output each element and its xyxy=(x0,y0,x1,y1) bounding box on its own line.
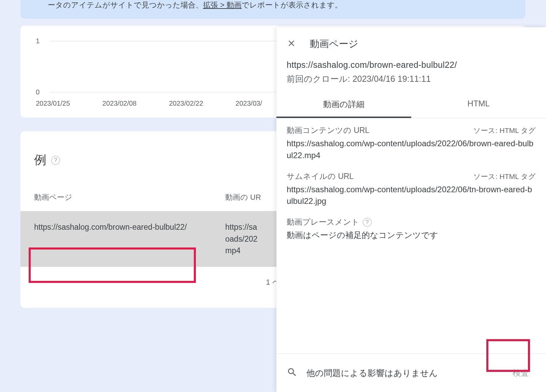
banner-prefix: ータのアイテムがサイトで見つかった場合、 xyxy=(48,1,203,9)
x-tick: 2023/02/08 xyxy=(102,100,136,107)
example-title: 例 xyxy=(34,152,46,168)
panel-crawl: 前回のクロール: 2023/04/16 19:11:11 xyxy=(276,72,546,92)
x-tick: 2023/01/25 xyxy=(36,100,70,107)
tab-html[interactable]: HTML xyxy=(411,92,546,118)
help-icon[interactable]: ? xyxy=(363,218,372,227)
chart-y-axis: 1 0 xyxy=(36,36,40,97)
detail-thumbnail-url: サムネイルの URL ソース: HTML タグ https://sashalog… xyxy=(287,171,536,208)
banner-suffix: でレポートが表示されます。 xyxy=(242,1,342,9)
inspect-button[interactable]: 検査 xyxy=(506,363,536,382)
thumbnail-url-source: ソース: HTML タグ xyxy=(473,172,536,181)
panel-header: 動画ページ xyxy=(276,27,546,57)
search-icon xyxy=(287,367,298,379)
column-video-url[interactable]: 動画の UR xyxy=(225,192,261,202)
y-tick: 0 xyxy=(36,87,40,97)
placement-label: 動画プレースメント xyxy=(287,217,359,227)
y-tick: 1 xyxy=(36,36,40,46)
content-url-value: https://sashalog.com/wp-content/uploads/… xyxy=(287,138,536,162)
thumbnail-url-value: https://sashalog.com/wp-content/uploads/… xyxy=(287,184,536,208)
content-url-source: ソース: HTML タグ xyxy=(473,126,536,135)
column-video-page[interactable]: 動画ページ xyxy=(34,192,225,202)
tabs: 動画の詳細 HTML xyxy=(276,92,546,118)
row-video-url: https://sa oads/202 mp4 xyxy=(225,221,258,257)
detail-body: 動画コンテンツの URL ソース: HTML タグ https://sashal… xyxy=(276,118,546,258)
detail-content-url: 動画コンテンツの URL ソース: HTML タグ https://sashal… xyxy=(287,125,536,162)
content-url-label: 動画コンテンツの URL xyxy=(287,125,369,136)
footer-text: 他の問題による影響はありません xyxy=(306,367,497,379)
help-icon[interactable]: ? xyxy=(51,156,60,165)
thumbnail-url-label: サムネイルの URL xyxy=(287,171,354,182)
tab-video-detail[interactable]: 動画の詳細 xyxy=(276,92,411,118)
panel-title: 動画ページ xyxy=(310,37,358,50)
placement-value: 動画はページの補足的なコンテンツです xyxy=(287,229,536,241)
detail-placement: 動画プレースメント ? 動画はページの補足的なコンテンツです xyxy=(287,217,536,241)
x-tick: 2023/02/22 xyxy=(169,100,203,107)
row-page-url: https://sashalog.com/brown-eared-bulbul2… xyxy=(34,221,225,257)
panel-footer: 他の問題による影響はありません 検査 xyxy=(276,354,546,392)
detail-panel: 動画ページ https://sashalog.com/brown-eared-b… xyxy=(276,27,546,392)
close-icon[interactable] xyxy=(287,39,296,50)
x-tick: 2023/03/ xyxy=(235,100,262,107)
banner-link[interactable]: 拡張 > 動画 xyxy=(203,1,242,9)
panel-url: https://sashalog.com/brown-eared-bulbul2… xyxy=(276,57,546,72)
info-banner: ータのアイテムがサイトで見つかった場合、拡張 > 動画でレポートが表示されます。 xyxy=(20,0,526,19)
